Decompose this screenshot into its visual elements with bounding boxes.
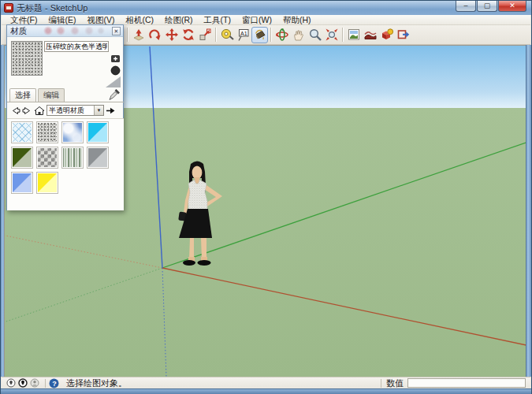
- collection-name: 半透明材质: [47, 106, 94, 116]
- material-swatch-crushed-gray[interactable]: [36, 121, 58, 143]
- menu-file[interactable]: 文件(F): [5, 15, 43, 25]
- help-icon: ?: [49, 378, 59, 388]
- home-button[interactable]: [33, 105, 45, 116]
- credit-button[interactable]: [18, 378, 28, 388]
- material-swatch-sky[interactable]: [61, 121, 84, 143]
- materials-panel-close-button[interactable]: ✕: [112, 27, 121, 35]
- details-arrow-icon: [105, 106, 116, 116]
- share-model-icon: [396, 28, 411, 42]
- scale-icon: [198, 28, 212, 42]
- move-icon: [165, 28, 179, 42]
- material-preview-thumbnail: [11, 41, 43, 76]
- material-swatch-cyan[interactable]: [87, 121, 109, 143]
- paint-bucket-tool-button[interactable]: [251, 27, 268, 43]
- create-material-icon: [110, 54, 121, 64]
- zoom-tool-button[interactable]: [307, 27, 323, 43]
- rotate-icon: [181, 28, 195, 42]
- titlebar[interactable]: 无标题 - SketchUp ‒ ▢ ✕: [1, 1, 531, 15]
- menu-edit[interactable]: 编辑(E): [43, 15, 81, 25]
- scale-tool-button[interactable]: [196, 27, 213, 43]
- tape-measure-tool-button[interactable]: [218, 27, 235, 43]
- set-default-material-icon: [110, 65, 121, 76]
- material-swatch-stripes[interactable]: [61, 147, 84, 169]
- sample-color-triangle: [106, 76, 121, 87]
- set-default-material-button[interactable]: [110, 65, 121, 76]
- material-collection-dropdown[interactable]: 半透明材质 ▼: [47, 105, 104, 116]
- orbit-tool-button[interactable]: [273, 27, 290, 43]
- orbit-icon: [275, 28, 289, 42]
- measurement-input[interactable]: [407, 378, 526, 388]
- toggle-terrain-icon: [363, 28, 378, 42]
- materials-panel-body: 选择 编辑: [7, 37, 123, 210]
- materials-panel: 材质 ✕ 选择 编辑: [6, 24, 124, 210]
- help-button[interactable]: ?: [49, 378, 59, 388]
- get-current-view-button[interactable]: [345, 27, 362, 43]
- minimize-button[interactable]: ‒: [456, 1, 476, 12]
- share-model-button[interactable]: [395, 27, 411, 43]
- material-swatch-olive[interactable]: [11, 147, 33, 169]
- maximize-button[interactable]: ▢: [477, 1, 497, 12]
- signin-person-icon: [30, 378, 39, 388]
- status-message: 选择绘图对象。: [66, 377, 127, 389]
- material-swatch-yellow[interactable]: [36, 172, 58, 194]
- window-left-frame: [1, 45, 4, 377]
- menu-camera[interactable]: 相机(C): [120, 15, 159, 25]
- details-button[interactable]: [104, 105, 116, 116]
- tape-measure-icon: [220, 28, 234, 42]
- window-right-frame: [526, 45, 531, 377]
- zoom-extents-tool-button[interactable]: [323, 27, 340, 43]
- geolocation-icon: [6, 378, 16, 388]
- material-swatch-gray[interactable]: [87, 147, 109, 169]
- back-arrow-icon: [10, 106, 20, 116]
- dimension-text-tool-button[interactable]: A1: [235, 27, 251, 43]
- pan-tool-button[interactable]: [290, 27, 307, 43]
- statusbar: ? 选择绘图对象。 数值: [2, 377, 530, 388]
- materials-panel-titlebar[interactable]: 材质 ✕: [7, 25, 123, 37]
- zoom-icon: [308, 28, 322, 42]
- paint-bucket-icon: [253, 28, 267, 42]
- zoom-extents-icon: [325, 28, 339, 42]
- svg-text:?: ?: [52, 379, 57, 387]
- material-name-field[interactable]: [44, 41, 109, 52]
- toggle-terrain-button[interactable]: [362, 27, 378, 43]
- dropdown-arrow-icon[interactable]: ▼: [94, 106, 103, 115]
- window-bottom-frame: [1, 388, 531, 394]
- current-view-map-icon: [347, 28, 361, 42]
- materials-tabs: 选择 编辑: [7, 91, 124, 102]
- push-pull-tool-button[interactable]: [130, 27, 147, 43]
- signin-button[interactable]: [30, 378, 39, 388]
- tab-edit[interactable]: 编辑: [38, 88, 65, 102]
- forward-arrow-icon: [22, 106, 32, 116]
- material-swatch-blue[interactable]: [11, 172, 33, 194]
- menu-tools[interactable]: 工具(T): [199, 15, 236, 25]
- material-swatch-gray-blocks[interactable]: [36, 147, 58, 169]
- sample-paint-button[interactable]: [108, 87, 120, 102]
- materials-nav-row: 半透明材质 ▼: [7, 104, 124, 117]
- create-material-button[interactable]: [110, 54, 121, 64]
- move-tool-button[interactable]: [163, 27, 180, 43]
- sketchup-logo-icon: [4, 3, 13, 13]
- menu-help[interactable]: 帮助(H): [277, 15, 317, 25]
- push-pull-icon: [132, 28, 146, 42]
- materials-panel-title: 材质: [10, 26, 27, 37]
- material-swatch-grid: [7, 118, 124, 210]
- close-button[interactable]: ✕: [498, 1, 526, 12]
- menu-window[interactable]: 窗口(W): [236, 15, 277, 25]
- sketchup-window: 无标题 - SketchUp ‒ ▢ ✕ 文件(F) 编辑(E) 视图(V) 相…: [0, 0, 532, 394]
- credit-icon: [18, 378, 28, 388]
- menu-draw[interactable]: 绘图(R): [159, 15, 199, 25]
- window-title: 无标题 - SketchUp: [17, 2, 87, 14]
- follow-me-tool-button[interactable]: [147, 27, 163, 43]
- back-button[interactable]: [9, 105, 21, 116]
- rotate-tool-button[interactable]: [180, 27, 196, 43]
- home-icon: [34, 106, 45, 116]
- eyedropper-icon: [108, 87, 120, 101]
- menu-view[interactable]: 视图(V): [81, 15, 120, 25]
- forward-button[interactable]: [21, 105, 33, 116]
- dimension-text-icon: A1: [236, 28, 251, 42]
- tab-select[interactable]: 选择: [9, 88, 36, 102]
- add-building-button[interactable]: [378, 27, 395, 43]
- material-swatch-safety-glass[interactable]: [11, 121, 33, 143]
- follow-me-icon: [148, 28, 162, 42]
- geolocation-button[interactable]: [6, 378, 16, 388]
